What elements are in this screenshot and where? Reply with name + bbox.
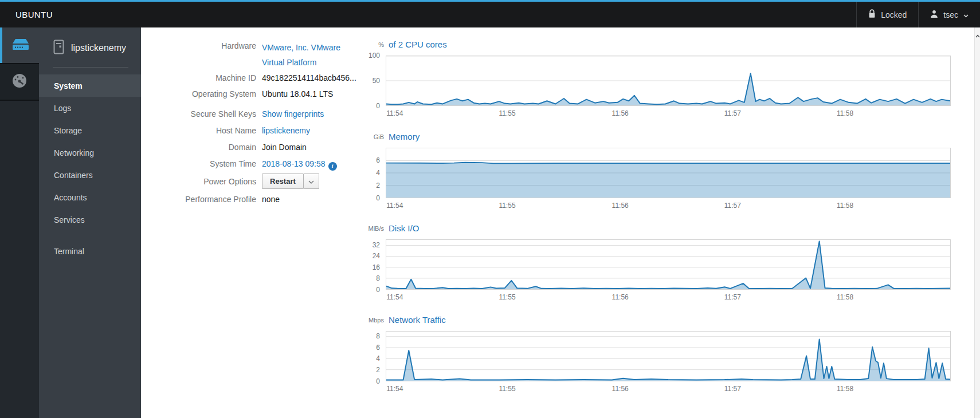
- x-axis-tick-label: 11:58: [837, 293, 853, 301]
- sidebar-item-terminal[interactable]: Terminal: [39, 240, 141, 262]
- sidebar-item-containers[interactable]: Containers: [39, 164, 141, 186]
- dashboard-gauge-icon: [11, 73, 28, 91]
- disk-io-chart-title-link[interactable]: Disk I/O: [389, 223, 419, 233]
- page-scrollbar[interactable]: [974, 27, 980, 418]
- system-time-link[interactable]: 2018-08-13 09:58: [262, 159, 326, 168]
- x-axis-tick-label: 11:54: [386, 109, 403, 117]
- x-axis-tick-label: 11:54: [386, 293, 403, 301]
- restart-button[interactable]: Restart: [262, 173, 304, 189]
- disk-io-chart-plot: [386, 239, 951, 290]
- y-axis-tick-label: 24: [373, 251, 380, 261]
- x-axis-tick-label: 11:56: [612, 293, 629, 301]
- top-bar: UBUNTU Locked tsec: [0, 0, 980, 27]
- y-axis-tick-label: 6: [376, 156, 380, 165]
- cpu-unit-label: %: [338, 41, 384, 48]
- memory-chart-section: GiB Memory 0246 11:5411:5511:5611:5711:5…: [338, 131, 960, 217]
- hardware-link[interactable]: VMware, Inc. VMware Virtual Platform: [262, 40, 343, 70]
- disk-io-unit-label: MiB/s: [338, 225, 384, 232]
- x-axis-tick-label: 11:58: [837, 385, 853, 393]
- sidebar-nav: System Logs Storage Networking Container…: [39, 74, 141, 262]
- rail-server-nav-item[interactable]: [0, 27, 39, 63]
- y-axis-tick-label: 6: [376, 343, 380, 352]
- show-fingerprints-link[interactable]: Show fingerprints: [262, 108, 324, 120]
- x-axis-tick-label: 11:55: [499, 293, 515, 301]
- sidebar: lipstickenemy System Logs Storage Networ…: [39, 27, 141, 418]
- cpu-chart-plot: [386, 56, 951, 106]
- performance-profile-value: none: [262, 194, 280, 205]
- sidebar-divider: [53, 67, 128, 68]
- brand: UBUNTU: [0, 10, 53, 19]
- memory-y-axis: 0246: [338, 131, 380, 217]
- x-axis-tick-label: 11:56: [612, 109, 629, 117]
- scroll-up-icon[interactable]: [975, 30, 980, 40]
- y-axis-tick-label: 0: [376, 194, 380, 203]
- memory-chart-plot: [386, 148, 951, 198]
- cpu-chart-section: % of 2 CPU cores 050100 11:5411:5511:561…: [338, 39, 960, 125]
- host-name-label: Host Name: [142, 125, 256, 136]
- y-axis-tick-label: 50: [373, 76, 380, 85]
- sidebar-item-accounts[interactable]: Accounts: [39, 186, 141, 208]
- x-axis-tick-label: 11:55: [499, 109, 515, 117]
- x-axis-tick-label: 11:56: [612, 202, 629, 210]
- memory-unit-label: GiB: [338, 133, 384, 140]
- y-axis-tick-label: 32: [373, 240, 380, 250]
- sidebar-item-services[interactable]: Services: [39, 208, 141, 231]
- top-bar-actions: Locked tsec: [856, 2, 980, 27]
- network-y-axis: 02468: [338, 314, 380, 400]
- sidebar-item-storage[interactable]: Storage: [39, 119, 141, 141]
- host-header: lipstickenemy: [39, 27, 141, 57]
- cpu-y-axis: 050100: [338, 39, 380, 125]
- y-axis-tick-label: 0: [376, 285, 380, 294]
- power-options-dropdown-toggle[interactable]: [304, 173, 319, 189]
- system-time-label: System Time: [142, 158, 256, 171]
- network-chart-plot: [386, 331, 951, 381]
- sidebar-item-networking[interactable]: Networking: [39, 141, 141, 164]
- sidebar-item-system[interactable]: System: [39, 74, 141, 97]
- ssh-keys-label: Secure Shell Keys: [142, 108, 256, 120]
- y-axis-tick-label: 4: [376, 168, 380, 178]
- y-axis-tick-label: 16: [373, 263, 380, 272]
- rail-dashboard-nav-item[interactable]: [0, 63, 39, 101]
- domain-label: Domain: [142, 141, 256, 153]
- y-axis-tick-label: 8: [376, 274, 380, 283]
- host-name-label: lipstickenemy: [71, 43, 126, 53]
- x-axis-tick-label: 11:57: [724, 202, 741, 210]
- performance-profile-label: Performance Profile: [142, 194, 256, 205]
- lock-icon: [868, 9, 876, 20]
- y-axis-tick-label: 2: [376, 365, 380, 374]
- lock-status-label: Locked: [881, 10, 907, 19]
- x-axis-tick-label: 11:57: [724, 109, 741, 117]
- network-unit-label: Mbps: [338, 317, 384, 324]
- machine-icon: [53, 40, 64, 57]
- x-axis-tick-label: 11:57: [724, 293, 741, 301]
- x-axis-tick-label: 11:55: [499, 385, 515, 393]
- machine-id-label: Machine ID: [142, 72, 256, 84]
- disk-io-chart-section: MiB/s Disk I/O 08162432 11:5411:5511:561…: [338, 223, 960, 309]
- network-chart-section: Mbps Network Traffic 02468 11:5411:5511:…: [338, 314, 960, 400]
- join-domain-link[interactable]: Join Domain: [262, 141, 307, 153]
- user-name-label: tsec: [943, 10, 958, 19]
- host-name-link[interactable]: lipstickenemy: [262, 125, 310, 136]
- info-icon[interactable]: i: [328, 162, 337, 171]
- hardware-label: Hardware: [142, 40, 256, 70]
- operating-system-label: Operating System: [142, 88, 256, 100]
- user-menu-button[interactable]: tsec: [918, 2, 980, 27]
- cpu-chart-title-link[interactable]: of 2 CPU cores: [389, 40, 447, 49]
- y-axis-tick-label: 0: [376, 101, 380, 111]
- x-axis-tick-label: 11:55: [499, 202, 515, 210]
- power-options-label: Power Options: [142, 176, 256, 187]
- memory-chart-title-link[interactable]: Memory: [389, 132, 420, 141]
- x-axis-tick-label: 11:58: [837, 109, 853, 117]
- chevron-down-icon: [963, 10, 969, 19]
- operating-system-value: Ubuntu 18.04.1 LTS: [262, 88, 333, 100]
- x-axis-tick-label: 11:54: [386, 202, 403, 210]
- x-axis-tick-label: 11:56: [612, 385, 629, 393]
- lock-status-button[interactable]: Locked: [856, 2, 918, 27]
- network-chart-title-link[interactable]: Network Traffic: [389, 315, 446, 325]
- user-icon: [930, 10, 938, 19]
- chevron-down-icon: [308, 177, 314, 186]
- app-rail: [0, 27, 39, 418]
- y-axis-tick-label: 100: [369, 51, 380, 60]
- sidebar-item-logs[interactable]: Logs: [39, 97, 141, 119]
- x-axis-tick-label: 11:58: [837, 202, 853, 210]
